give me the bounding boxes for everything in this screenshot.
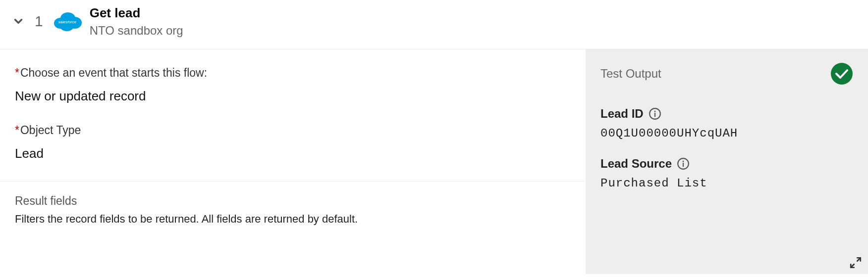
step-title: Get lead xyxy=(90,5,183,21)
output-lead-source: Lead Source Purchased List xyxy=(600,157,853,190)
step-subtitle: NTO sandbox org xyxy=(90,23,183,38)
step-title-block: Get lead NTO sandbox org xyxy=(90,5,183,38)
body: *Choose an event that starts this flow: … xyxy=(0,49,868,274)
salesforce-icon: salesforce xyxy=(52,10,83,32)
svg-point-11 xyxy=(683,160,684,162)
test-output-header: Test Output xyxy=(600,62,853,85)
form-section: *Choose an event that starts this flow: … xyxy=(0,49,586,182)
output-lead-id: Lead ID 00Q1U00000UHYcqUAH xyxy=(600,107,853,140)
svg-point-5 xyxy=(831,63,853,85)
event-field: *Choose an event that starts this flow: … xyxy=(15,66,571,104)
step-number: 1 xyxy=(35,14,43,29)
test-output-panel: Test Output Lead ID 00Q1U00000UHYcqUAH L… xyxy=(586,49,868,274)
object-type-label: *Object Type xyxy=(15,124,571,137)
chevron-down-icon[interactable] xyxy=(12,15,25,28)
svg-point-8 xyxy=(654,110,655,112)
main-panel: *Choose an event that starts this flow: … xyxy=(0,49,586,274)
result-fields-title: Result fields xyxy=(15,194,571,208)
output-lead-source-label: Lead Source xyxy=(600,157,672,171)
output-lead-id-value: 00Q1U00000UHYcqUAH xyxy=(600,127,853,140)
output-lead-source-value: Purchased List xyxy=(600,177,853,190)
result-section: Result fields Filters the record fields … xyxy=(0,182,586,226)
svg-text:salesforce: salesforce xyxy=(58,20,76,24)
info-icon[interactable] xyxy=(677,157,690,170)
step-header: 1 salesforce Get lead NTO sandbox org xyxy=(0,0,868,49)
required-marker: * xyxy=(15,66,19,79)
event-label: *Choose an event that starts this flow: xyxy=(15,66,571,80)
object-type-value[interactable]: Lead xyxy=(15,146,571,161)
object-type-field: *Object Type Lead xyxy=(15,124,571,161)
test-output-title: Test Output xyxy=(600,67,661,81)
success-check-icon xyxy=(830,62,853,85)
result-fields-description: Filters the record fields to be returned… xyxy=(15,213,571,226)
required-marker: * xyxy=(15,124,19,137)
output-lead-id-label: Lead ID xyxy=(600,107,644,121)
event-value[interactable]: New or updated record xyxy=(15,89,571,104)
info-icon[interactable] xyxy=(649,107,661,120)
expand-icon[interactable] xyxy=(849,256,862,269)
